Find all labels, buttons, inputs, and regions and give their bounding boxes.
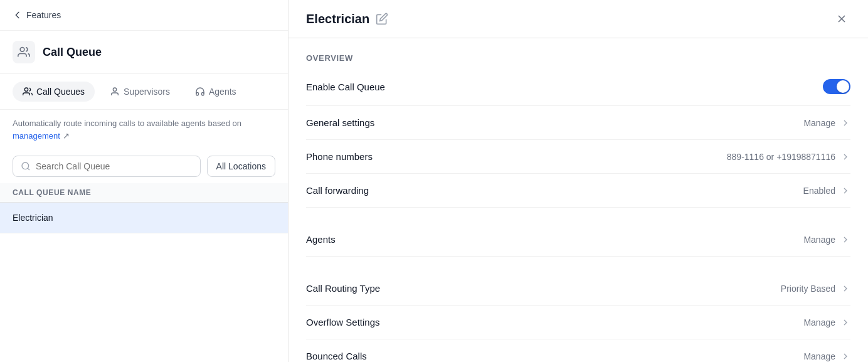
chevron-right-icon bbox=[840, 118, 850, 128]
call-queues-icon bbox=[23, 87, 33, 97]
call-queue-icon bbox=[13, 41, 35, 63]
panel-content: Overview Enable Call Queue General setti… bbox=[288, 38, 868, 362]
phone-numbers-label: Phone numbers bbox=[306, 151, 373, 162]
settings-row-agents[interactable]: Agents Manage bbox=[306, 223, 850, 257]
panel-title: Electrician bbox=[306, 12, 369, 26]
page-title: Call Queue bbox=[43, 46, 102, 59]
tab-call-queues-label: Call Queues bbox=[36, 87, 85, 97]
call-routing-type-label: Call Routing Type bbox=[306, 283, 380, 294]
call-queue-header: Call Queue bbox=[0, 31, 288, 74]
settings-row-call-forwarding[interactable]: Call forwarding Enabled bbox=[306, 174, 850, 208]
location-filter[interactable]: All Locations bbox=[207, 156, 275, 177]
bounced-calls-label: Bounced Calls bbox=[306, 351, 367, 361]
enable-call-queue-label: Enable Call Queue bbox=[306, 82, 385, 92]
tab-agents-label: Agents bbox=[209, 87, 236, 97]
features-back-link[interactable]: Features bbox=[0, 0, 288, 31]
back-label: Features bbox=[26, 10, 61, 20]
svg-point-1 bbox=[24, 88, 28, 91]
search-input[interactable] bbox=[36, 161, 193, 171]
agents-value: Manage bbox=[803, 235, 850, 245]
overflow-settings-value: Manage bbox=[803, 317, 850, 327]
chevron-right-icon bbox=[840, 186, 850, 196]
general-settings-value: Manage bbox=[803, 118, 850, 128]
section-overview-label: Overview bbox=[306, 53, 850, 63]
table-header: Call Queue Name bbox=[0, 183, 288, 203]
panel-header: Electrician bbox=[288, 0, 868, 38]
settings-row-call-routing-type[interactable]: Call Routing Type Priority Based bbox=[306, 272, 850, 306]
chevron-right-icon bbox=[840, 351, 850, 361]
settings-row-overflow-settings[interactable]: Overflow Settings Manage bbox=[306, 306, 850, 339]
section-divider-2 bbox=[306, 257, 850, 272]
tab-supervisors[interactable]: Supervisors bbox=[100, 82, 180, 102]
agents-icon bbox=[195, 87, 205, 97]
tabs-bar: Call Queues Supervisors Agents bbox=[0, 74, 288, 110]
settings-row-phone-numbers[interactable]: Phone numbers 889-1116 or +19198871116 bbox=[306, 140, 850, 174]
agents-label: Agents bbox=[306, 234, 336, 245]
phone-numbers-value: 889-1116 or +19198871116 bbox=[727, 152, 850, 162]
settings-row-bounced-calls[interactable]: Bounced Calls Manage bbox=[306, 339, 850, 362]
call-forwarding-value: Enabled bbox=[803, 186, 850, 196]
management-link[interactable]: management bbox=[13, 131, 60, 141]
call-forwarding-label: Call forwarding bbox=[306, 185, 369, 196]
svg-point-0 bbox=[20, 48, 24, 52]
chevron-left-icon bbox=[13, 10, 23, 20]
settings-row-general-settings[interactable]: General settings Manage bbox=[306, 106, 850, 140]
panel-title-row: Electrician bbox=[306, 12, 388, 26]
section-divider-1 bbox=[306, 208, 850, 223]
settings-row-enable-call-queue: Enable Call Queue bbox=[306, 68, 850, 106]
close-button[interactable] bbox=[833, 10, 850, 28]
search-box bbox=[13, 156, 201, 177]
tab-call-queues[interactable]: Call Queues bbox=[13, 82, 95, 102]
enable-call-queue-toggle[interactable] bbox=[823, 79, 850, 94]
general-settings-label: General settings bbox=[306, 117, 374, 128]
chevron-right-icon bbox=[840, 284, 850, 294]
svg-point-3 bbox=[22, 162, 29, 169]
chevron-right-icon bbox=[840, 152, 850, 162]
tab-supervisors-label: Supervisors bbox=[124, 87, 170, 97]
overflow-settings-label: Overflow Settings bbox=[306, 317, 380, 327]
description-text: Automatically route incoming calls to av… bbox=[0, 110, 288, 149]
right-panel: Electrician Overview Enable Call Queue G… bbox=[288, 0, 868, 362]
call-routing-type-value: Priority Based bbox=[781, 284, 850, 294]
supervisors-icon bbox=[110, 87, 120, 97]
chevron-right-icon bbox=[840, 317, 850, 327]
tab-agents[interactable]: Agents bbox=[185, 82, 246, 102]
left-sidebar: Features Call Queue Call Queues bbox=[0, 0, 288, 362]
table-row[interactable]: Electrician bbox=[0, 203, 288, 233]
search-filter-row: All Locations bbox=[0, 149, 288, 183]
edit-icon[interactable] bbox=[376, 13, 388, 25]
bounced-calls-value: Manage bbox=[803, 351, 850, 361]
chevron-right-icon bbox=[840, 235, 850, 245]
svg-point-2 bbox=[113, 88, 116, 91]
search-icon bbox=[21, 161, 31, 171]
